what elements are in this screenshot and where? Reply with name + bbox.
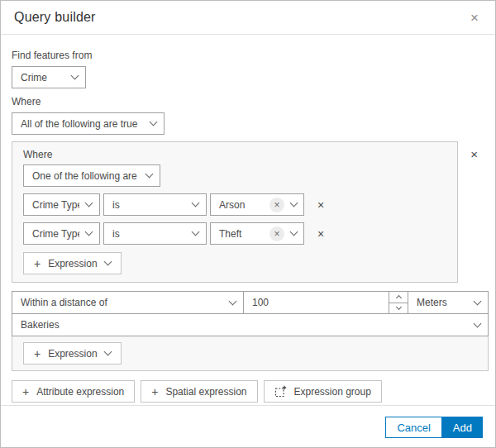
clear-value-icon[interactable]: × [269, 198, 284, 212]
chevron-down-icon [145, 170, 154, 179]
unit-value: Meters [417, 297, 468, 308]
dialog-header: Query builder × [1, 1, 495, 35]
chevron-down-icon [192, 199, 200, 207]
expression-group-icon [274, 385, 287, 398]
expression-group-2-row: Within a distance of Meters [12, 291, 483, 371]
chevron-down-icon [290, 199, 298, 207]
find-features-label: Find features from [12, 50, 483, 61]
target-layer-select[interactable]: Bakeries [12, 313, 489, 336]
operator-select[interactable]: is [103, 193, 207, 216]
stepper-down-icon[interactable] [389, 303, 408, 314]
chevron-down-icon [103, 348, 112, 356]
value-select[interactable]: Theft × [210, 222, 304, 245]
spatial-expression-label: Spatial expression [165, 386, 246, 398]
plus-icon: + [151, 386, 158, 398]
where-label: Where [12, 96, 483, 107]
field-value: Crime Type [32, 199, 79, 211]
match-mode-select[interactable]: All of the following are true [12, 112, 165, 135]
layer-select-value: Crime [21, 72, 65, 83]
add-spatial-expression-button[interactable]: + Spatial expression [141, 380, 257, 403]
value-text: Theft [219, 228, 263, 240]
add-expression-button[interactable]: + Expression [23, 342, 122, 365]
remove-expression-icon[interactable]: × [314, 198, 327, 212]
chevron-down-icon [290, 228, 298, 236]
expression-group-label: Expression group [294, 386, 371, 398]
value-select[interactable]: Arson × [210, 193, 304, 216]
add-expression-label: Expression [48, 348, 97, 360]
query-builder-dialog: Query builder × Find features from Crime… [0, 0, 496, 448]
field-select[interactable]: Crime Type [23, 222, 100, 245]
value-text: Arson [219, 199, 263, 211]
operator-select[interactable]: is [103, 222, 207, 245]
plus-icon: + [34, 258, 41, 269]
add-attribute-expression-button[interactable]: + Attribute expression [12, 380, 135, 403]
spatial-operator-value: Within a distance of [21, 297, 223, 308]
expression-group-1-row: Where One of the following are tr... Cri… [12, 141, 483, 283]
stepper-up-icon[interactable] [389, 292, 408, 303]
target-layer-value: Bakeries [21, 319, 468, 331]
expression-row-2: Crime Type is Theft × × [23, 222, 446, 245]
match-mode-value: All of the following are true [21, 118, 144, 130]
chevron-down-icon [474, 297, 482, 305]
distance-stepper [389, 292, 408, 313]
operator-value: is [112, 228, 186, 240]
layer-select[interactable]: Crime [12, 66, 86, 88]
close-icon[interactable]: × [467, 9, 482, 26]
dialog-footer: Cancel Add [1, 405, 495, 447]
chevron-down-icon [150, 118, 158, 126]
remove-group-icon[interactable]: × [467, 146, 481, 162]
dialog-body: Find features from Crime Where All of th… [1, 35, 495, 405]
distance-input-wrap [243, 291, 408, 314]
attribute-expression-label: Attribute expression [36, 386, 124, 398]
chevron-down-icon [474, 319, 482, 327]
expression-row-1: Crime Type is Arson × × [23, 193, 446, 216]
operator-value: is [112, 199, 186, 211]
group-where-label: Where [23, 149, 446, 160]
expression-group-1: Where One of the following are tr... Cri… [12, 141, 458, 283]
plus-icon: + [22, 386, 29, 398]
chevron-down-icon [85, 199, 93, 207]
chevron-down-icon [103, 258, 112, 266]
add-expression-label: Expression [48, 258, 97, 269]
group-2-footer: + Expression [12, 336, 488, 370]
add-controls-row: + Attribute expression + Spatial express… [12, 380, 483, 403]
chevron-down-icon [192, 228, 200, 236]
field-value: Crime Type [32, 228, 79, 240]
chevron-down-icon [85, 228, 93, 236]
add-expression-button[interactable]: + Expression [23, 252, 122, 274]
group-operator-value: One of the following are tr... [32, 170, 140, 182]
clear-value-icon[interactable]: × [269, 226, 284, 241]
add-button[interactable]: Add [442, 417, 483, 438]
chevron-down-icon [229, 297, 237, 305]
remove-expression-icon[interactable]: × [314, 226, 327, 241]
add-expression-group-button[interactable]: Expression group [264, 380, 382, 403]
field-select[interactable]: Crime Type [23, 193, 100, 216]
expression-group-2: Within a distance of Meters [12, 291, 489, 371]
group-operator-select[interactable]: One of the following are tr... [23, 164, 160, 187]
dialog-title: Query builder [14, 10, 96, 25]
spatial-expression-row: Within a distance of Meters [12, 291, 489, 314]
plus-icon: + [34, 348, 41, 360]
distance-input[interactable] [244, 292, 389, 313]
spatial-operator-select[interactable]: Within a distance of [12, 291, 244, 314]
cancel-button[interactable]: Cancel [385, 417, 441, 438]
unit-select[interactable]: Meters [408, 291, 489, 314]
chevron-down-icon [71, 72, 79, 80]
